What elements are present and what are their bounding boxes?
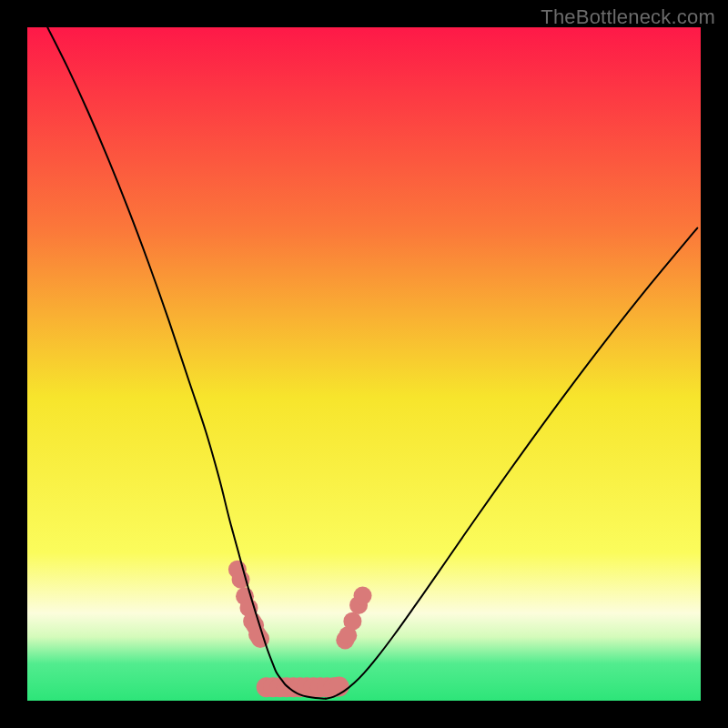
- valley-band: [257, 676, 349, 697]
- chart-frame: TheBottleneck.com: [0, 0, 728, 728]
- marker-dot: [343, 612, 361, 631]
- chart-svg: [27, 27, 701, 701]
- marker-dot: [354, 587, 372, 605]
- watermark-text: TheBottleneck.com: [541, 5, 715, 29]
- plot-area: [27, 27, 701, 701]
